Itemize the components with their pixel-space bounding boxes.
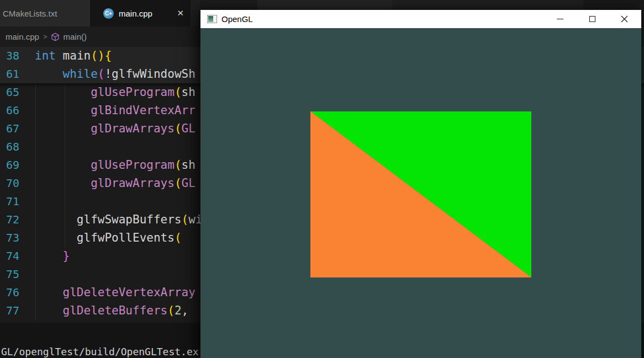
tab-cmakelists[interactable]: CMakeLists.txt xyxy=(0,0,90,26)
line-number: 65 xyxy=(0,83,35,101)
line-number: 69 xyxy=(0,156,35,174)
line-number: 75 xyxy=(0,265,35,284)
window-title: OpenGL xyxy=(221,14,253,24)
cpp-file-icon: C+ xyxy=(103,8,114,19)
code-text: } xyxy=(35,247,70,265)
line-number: 70 xyxy=(0,174,35,193)
line-number: 77 xyxy=(0,302,35,320)
minimize-icon xyxy=(557,19,563,20)
code-text: glUseProgram(sh xyxy=(35,156,196,174)
screen: CMakeLists.txt C+ main.cpp ✕ main.cpp > … xyxy=(0,0,644,358)
close-button[interactable] xyxy=(608,10,640,28)
breadcrumb-symbol[interactable]: main() xyxy=(63,32,87,41)
code-text: glDeleteVertexArray xyxy=(35,284,196,302)
code-text: glBindVertexArr xyxy=(35,101,196,120)
line-number: 61 xyxy=(0,65,35,83)
line-number: 76 xyxy=(0,284,35,302)
opengl-titlebar[interactable]: OpenGL xyxy=(200,10,641,28)
chevron-right-icon: > xyxy=(43,33,47,41)
line-number: 38 xyxy=(0,47,35,65)
code-text: glfwPollEvents( xyxy=(35,229,182,247)
line-number: 72 xyxy=(0,211,35,229)
tab-main-cpp[interactable]: C+ main.cpp ✕ xyxy=(90,0,191,26)
line-number: 66 xyxy=(0,101,35,120)
close-icon xyxy=(621,15,628,23)
tab-label: CMakeLists.txt xyxy=(3,9,57,18)
minimize-button[interactable] xyxy=(544,10,576,28)
tab-close-icon[interactable]: ✕ xyxy=(177,8,184,18)
code-text: glDeleteBuffers(2, xyxy=(35,302,188,320)
line-number: 67 xyxy=(0,120,35,138)
app-window-icon xyxy=(207,15,217,23)
maximize-button[interactable] xyxy=(576,10,608,28)
code-text: int main(){ xyxy=(35,47,112,65)
tab-label: main.cpp xyxy=(119,9,152,18)
line-number: 71 xyxy=(0,193,35,211)
window-controls xyxy=(544,10,640,28)
opengl-window: OpenGL xyxy=(200,10,641,358)
line-number: 73 xyxy=(0,229,35,247)
gl-viewport xyxy=(200,28,641,358)
line-number: 68 xyxy=(0,138,35,156)
gl-orange-triangle xyxy=(310,111,531,277)
gl-green-triangle xyxy=(310,111,531,277)
code-text: glDrawArrays(GL xyxy=(35,120,196,138)
code-text: glUseProgram(sh xyxy=(35,83,196,101)
line-number: 74 xyxy=(0,247,35,265)
code-text: glDrawArrays(GL xyxy=(35,174,196,193)
breadcrumb-file[interactable]: main.cpp xyxy=(6,32,39,41)
terminal-text: GL/openglTest/build/OpenGLTest.ex xyxy=(1,346,199,357)
symbol-method-icon xyxy=(51,33,60,41)
maximize-icon xyxy=(589,16,595,22)
code-text: glfwSwapBuffers(wi xyxy=(35,211,202,229)
code-text: while(!glfwWindowSh xyxy=(35,65,196,83)
